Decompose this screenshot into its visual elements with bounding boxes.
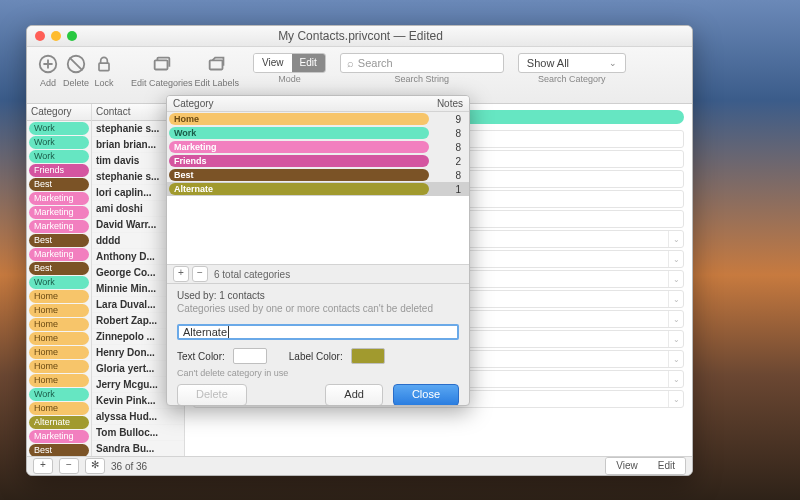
mode-edit[interactable]: Edit [292, 54, 325, 72]
chevron-down-icon[interactable]: ⌄ [668, 331, 683, 347]
category-pill[interactable]: Home [29, 318, 89, 331]
chevron-down-icon: ⌄ [609, 58, 617, 68]
modal-category-header: Category [167, 96, 417, 111]
category-pill[interactable]: Work [29, 276, 89, 289]
category-row[interactable]: Work8 [167, 126, 469, 140]
lock-icon [91, 51, 117, 77]
search-input[interactable]: ⌕ Search [340, 53, 504, 73]
chevron-down-icon[interactable]: ⌄ [668, 251, 683, 267]
category-pill[interactable]: Marketing [29, 220, 89, 233]
add-button[interactable]: Add [35, 51, 61, 88]
text-color-swatch[interactable] [233, 348, 267, 364]
category-pill[interactable]: Best [29, 444, 89, 456]
mode-segment: ViewEdit Mode [253, 51, 326, 84]
category-pill[interactable]: Best [29, 262, 89, 275]
contact-row[interactable]: Sandra Bu... [92, 441, 184, 456]
delete-hint: Can't delete category in use [167, 368, 469, 378]
no-circle-icon [63, 51, 89, 77]
edit-labels-button[interactable]: Edit Labels [195, 51, 240, 88]
category-pill[interactable]: Home [29, 346, 89, 359]
category-row[interactable]: Home9 [167, 112, 469, 126]
category-pill[interactable]: Work [29, 136, 89, 149]
category-pill[interactable]: Home [29, 374, 89, 387]
category-pill[interactable]: Marketing [29, 206, 89, 219]
close-window-button[interactable] [35, 31, 45, 41]
search-group: ⌕ Search Search String [340, 51, 504, 84]
modal-notes-header: Notes [417, 96, 469, 111]
chevron-down-icon[interactable]: ⌄ [668, 351, 683, 367]
category-pill[interactable]: Friends [29, 164, 89, 177]
edit-categories-button[interactable]: Edit Categories [131, 51, 193, 88]
category-pill[interactable]: Marketing [29, 430, 89, 443]
svg-rect-4 [209, 60, 222, 69]
remove-category-button[interactable]: − [192, 266, 208, 282]
category-pill[interactable]: Marketing [29, 192, 89, 205]
category-row[interactable]: Friends2 [167, 154, 469, 168]
chevron-down-icon[interactable]: ⌄ [668, 311, 683, 327]
svg-rect-3 [154, 60, 167, 69]
traffic-lights [35, 31, 77, 41]
category-filter-group: Show All ⌄ Search Category [518, 51, 626, 84]
category-pill[interactable]: Home [29, 290, 89, 303]
minimize-window-button[interactable] [51, 31, 61, 41]
detail-mode-segment[interactable]: View Edit [605, 457, 686, 475]
chevron-down-icon[interactable]: ⌄ [668, 271, 683, 287]
category-pill[interactable]: Work [29, 122, 89, 135]
zoom-window-button[interactable] [67, 31, 77, 41]
search-icon: ⌕ [347, 57, 354, 69]
category-row[interactable]: Best8 [167, 168, 469, 182]
category-pill[interactable]: Marketing [29, 248, 89, 261]
category-pill[interactable]: Work [29, 388, 89, 401]
modal-toolbar: + − 6 total categories [167, 264, 469, 283]
add-button-modal[interactable]: Add [325, 384, 383, 406]
category-pill[interactable]: Work [29, 150, 89, 163]
contact-row[interactable]: Tom Bulloc... [92, 425, 184, 441]
chevron-down-icon[interactable]: ⌄ [668, 371, 683, 387]
category-header: Category [27, 104, 91, 121]
category-pill[interactable]: Home [29, 402, 89, 415]
lock-button[interactable]: Lock [91, 51, 117, 88]
category-filter-dropdown[interactable]: Show All ⌄ [518, 53, 626, 73]
titlebar: My Contacts.privcont — Edited [27, 26, 692, 47]
category-row[interactable]: Alternate1 [167, 182, 469, 196]
category-column: Category WorkWorkWorkFriendsBestMarketin… [27, 104, 92, 456]
delete-button[interactable]: Delete [63, 51, 89, 88]
delete-category-button: Delete [177, 384, 247, 406]
plus-circle-icon [35, 51, 61, 77]
remove-contact-button[interactable]: − [59, 458, 79, 474]
category-pill[interactable]: Home [29, 304, 89, 317]
chevron-down-icon[interactable]: ⌄ [668, 291, 683, 307]
chevron-down-icon[interactable]: ⌄ [668, 231, 683, 247]
category-pill[interactable]: Alternate [29, 416, 89, 429]
svg-rect-2 [99, 63, 109, 70]
window-title: My Contacts.privcont — Edited [83, 29, 638, 43]
color-pickers: Text Color: Label Color: [167, 344, 469, 368]
add-contact-button[interactable]: + [33, 458, 53, 474]
category-row[interactable]: Marketing8 [167, 140, 469, 154]
label-color-swatch[interactable] [351, 348, 385, 364]
category-pill[interactable]: Best [29, 234, 89, 247]
add-category-button[interactable]: + [173, 266, 189, 282]
footer: + − ✻ 36 of 36 View Edit [27, 456, 692, 475]
category-name-input[interactable]: Alternate [177, 324, 459, 340]
chevron-down-icon[interactable]: ⌄ [668, 391, 683, 407]
edit-categories-sheet: Category Notes Home9Work8Marketing8Frien… [166, 95, 470, 406]
gear-menu-button[interactable]: ✻ [85, 458, 105, 474]
tag-icon [204, 51, 230, 77]
category-pill[interactable]: Home [29, 360, 89, 373]
close-button[interactable]: Close [393, 384, 459, 406]
modal-info: Used by: 1 contacts Categories used by o… [167, 284, 469, 320]
contact-count: 36 of 36 [111, 461, 147, 472]
category-total: 6 total categories [214, 269, 290, 280]
cards-icon [149, 51, 175, 77]
category-pill[interactable]: Best [29, 178, 89, 191]
category-pill[interactable]: Home [29, 332, 89, 345]
mode-view[interactable]: View [254, 54, 292, 72]
contact-row[interactable]: alyssa Hud... [92, 409, 184, 425]
